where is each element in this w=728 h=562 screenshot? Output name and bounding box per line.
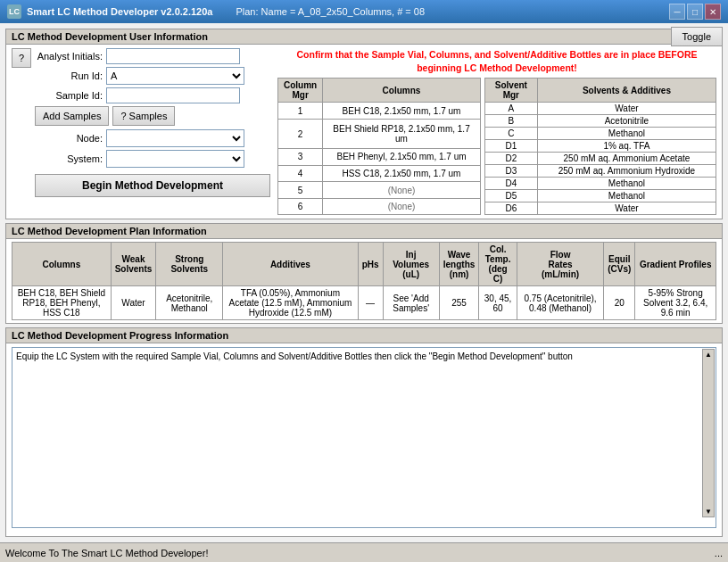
system-label: System: [35, 153, 106, 164]
solvents-table: SolventMgr Solvents & Additives AWaterBA… [484, 78, 716, 215]
add-samples-button[interactable]: Add Samples [35, 106, 109, 126]
maximize-button[interactable]: □ [687, 4, 703, 20]
warning-text: Confirm that the Sample Vial, Columns, a… [277, 48, 716, 74]
progress-title: LC Method Development Progress Informati… [6, 328, 722, 343]
progress-textarea[interactable] [12, 347, 716, 528]
solvent-mgr-header: SolventMgr [484, 79, 537, 103]
app-title: Smart LC Method Developer v2.0.2.120a [27, 6, 212, 17]
columns-table: ColumnMgr Columns 1BEH C18, 2.1x50 mm, 1… [277, 78, 481, 215]
app-icon: LC [7, 4, 21, 19]
plan-info: Plan: Name = A_08_2x50_Columns, # = 08 [236, 6, 425, 17]
table-row: D3250 mM aq. Ammonium Hydroxide [484, 165, 716, 178]
node-label: Node: [35, 133, 106, 144]
system-select[interactable] [106, 150, 244, 168]
plan-col-flow: FlowRates(mL/min) [517, 243, 603, 286]
scrollbar-up-icon[interactable]: ▲ [705, 351, 712, 359]
plan-col-columns: Columns [12, 243, 112, 286]
table-row: D11% aq. TFA [484, 140, 716, 153]
table-row: 4HSS C18, 2.1x50 mm, 1.7 um [278, 165, 481, 182]
table-row: 6(None) [278, 198, 481, 215]
table-row: 2BEH Shield RP18, 2.1x50 mm, 1.7 um [278, 119, 481, 148]
plan-col-weak: WeakSolvents [111, 243, 156, 286]
analyst-input[interactable] [106, 48, 240, 64]
runid-select[interactable]: A [106, 67, 244, 85]
sampleid-label: Sample Id: [35, 90, 106, 101]
close-button[interactable]: ✕ [705, 4, 721, 20]
plan-col-additives: Additives [223, 243, 358, 286]
solvents-additives-header: Solvents & Additives [537, 79, 716, 103]
table-row: D5Methanol [484, 190, 716, 202]
table-row: BAcetonitrile [484, 115, 716, 128]
table-row: D6Water [484, 202, 716, 215]
status-ellipsis: ... [715, 548, 723, 558]
plan-col-gradient: Gradient Profiles [635, 243, 716, 286]
title-bar: LC Smart LC Method Developer v2.0.2.120a… [0, 0, 728, 23]
col-mgr-header: ColumnMgr [278, 79, 323, 103]
user-info-section: LC Method Development User Information ?… [5, 29, 723, 219]
table-row: CMethanol [484, 128, 716, 140]
plan-col-strong: StrongSolvents [156, 243, 223, 286]
plan-col-wave: Wavelengths(nm) [439, 243, 479, 286]
plan-table: Columns WeakSolvents StrongSolvents Addi… [12, 242, 716, 320]
toggle-button[interactable]: Toggle [671, 27, 723, 46]
q-samples-button[interactable]: ? Samples [112, 106, 175, 126]
plan-info-section: LC Method Development Plan Information C… [5, 223, 723, 324]
table-row: 3BEH Phenyl, 2.1x50 mm, 1.7 um [278, 149, 481, 166]
table-row: BEH C18, BEH Shield RP18, BEH Phenyl, HS… [12, 286, 716, 320]
table-row: D4Methanol [484, 178, 716, 190]
plan-col-inj: InjVolumes(uL) [383, 243, 439, 286]
scrollbar-down-icon[interactable]: ▼ [705, 508, 712, 516]
plan-col-phs: pHs [358, 243, 383, 286]
user-info-title: LC Method Development User Information [6, 29, 722, 45]
minimize-button[interactable]: ─ [669, 4, 685, 20]
plan-col-equil: Equil(CVs) [604, 243, 635, 286]
node-select[interactable] [106, 129, 244, 147]
progress-section: LC Method Development Progress Informati… [5, 327, 723, 537]
table-row: AWater [484, 103, 716, 115]
begin-method-button[interactable]: Begin Method Development [35, 174, 270, 197]
sampleid-input[interactable] [106, 87, 240, 103]
help-button[interactable]: ? [12, 48, 31, 68]
table-row: 1BEH C18, 2.1x50 mm, 1.7 um [278, 103, 481, 120]
status-bar: Welcome To The Smart LC Method Developer… [0, 542, 728, 562]
analyst-label: Analyst Initials: [35, 51, 106, 62]
table-row: 5(None) [278, 182, 481, 199]
columns-header: Columns [323, 79, 481, 103]
status-text: Welcome To The Smart LC Method Developer… [5, 548, 208, 558]
plan-col-temp: Col.Temp.(deg C) [479, 243, 517, 286]
plan-info-title: LC Method Development Plan Information [6, 224, 722, 239]
runid-label: Run Id: [35, 70, 106, 81]
table-row: D2250 mM aq. Ammonium Acetate [484, 153, 716, 165]
